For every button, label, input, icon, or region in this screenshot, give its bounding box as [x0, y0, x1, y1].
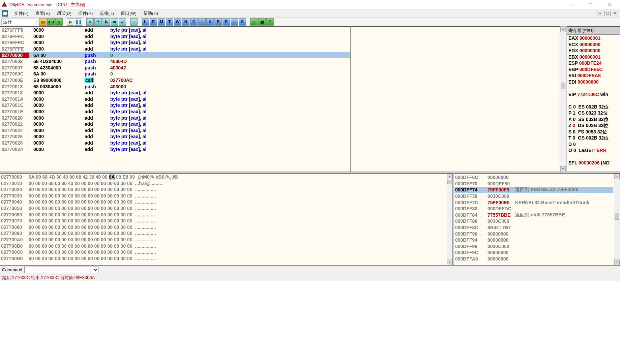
scroll-down-icon[interactable]: ▼: [447, 260, 452, 265]
dump-scrollbar[interactable]: ▲ ▼: [447, 174, 452, 265]
disasm-row[interactable]: 0277000768 42304000push403042: [0, 65, 350, 71]
run-button[interactable]: ▶: [67, 18, 74, 26]
disasm-row[interactable]: 0277001E0000addbyte ptr [eax], al: [0, 109, 350, 115]
menu-options[interactable]: 选项(T): [96, 10, 117, 17]
disasm-row[interactable]: 0277001A0000addbyte ptr [eax], al: [0, 96, 350, 102]
disasm-row[interactable]: 027700260000addbyte ptr [eax], al: [0, 133, 350, 140]
dump-row[interactable]: 0277006000 00 00 00 00 00 00 00 00 00 00…: [1, 212, 446, 218]
registers-panel[interactable]: 寄存器 (FPU) EAX 00000001ECX 00000000EDX 00…: [567, 26, 620, 172]
scroll-down-icon[interactable]: ▼: [614, 260, 620, 265]
window-C-button[interactable]: C: [190, 18, 198, 26]
stack-row[interactable]: 000DFF8477557BBE返回到 ntdll.77557BBE: [454, 212, 613, 218]
hex-dump-panel[interactable]: 027700006A 00 68 4D 30 40 00 68 42 30 40…: [0, 173, 453, 266]
disasm-row[interactable]: 0277001368 00304000push403000: [0, 83, 350, 90]
stack-scrollbar[interactable]: ▲ ▼: [614, 174, 620, 265]
scroll-up-icon[interactable]: ▲: [560, 26, 566, 32]
stack-row[interactable]: 000DFF9C00000000: [454, 249, 613, 256]
pause-button[interactable]: ❚❚: [75, 18, 82, 26]
info-pane[interactable]: [350, 26, 560, 172]
window-H-button[interactable]: H: [182, 18, 189, 26]
menu-help[interactable]: 帮助(H): [140, 10, 161, 17]
disasm-row[interactable]: 0276FFFA0000addbyte ptr [eax], al: [0, 33, 350, 40]
stack-panel[interactable]: 000DFF6C00000000000DFF70000DFF80000DFF74…: [453, 173, 620, 266]
command-input[interactable]: [24, 267, 98, 273]
stack-row[interactable]: 000DFF7C75FF00E0KERNEL32.BaseThreadInitT…: [454, 199, 613, 206]
stack-row[interactable]: 000DFF9000000000: [454, 231, 613, 237]
stack-row[interactable]: 000DFFA000000000: [454, 256, 613, 262]
step-into-button[interactable]: ↘: [86, 18, 94, 26]
close-button[interactable]: ✕: [602, 1, 616, 8]
disasm-row[interactable]: 027700220000addbyte ptr [eax], al: [0, 121, 350, 127]
minimize-button[interactable]: —: [565, 1, 578, 8]
disasm-row[interactable]: 0276FFF80000addbyte ptr [eax], al: [0, 27, 350, 33]
window-T-button[interactable]: T: [166, 18, 173, 26]
stack-row[interactable]: 000DFF80000DFFDC: [454, 206, 613, 212]
disasm-row[interactable]: 027700180000addbyte ptr [eax], al: [0, 90, 350, 96]
stack-row[interactable]: 000DFF980030C000: [454, 243, 613, 250]
dump-row[interactable]: 0277002000 00 00 00 00 00 00 00 00 00 00…: [1, 187, 446, 193]
window-R-button[interactable]: R: [223, 18, 230, 26]
dump-row[interactable]: 027700B000 00 00 00 00 00 00 00 00 00 00…: [1, 243, 446, 250]
dump-row[interactable]: 0277004000 00 00 00 00 00 00 00 00 00 00…: [1, 199, 446, 206]
open-button[interactable]: [39, 18, 47, 26]
menu-file[interactable]: 文件(F): [11, 10, 32, 17]
trace-into-button[interactable]: ⇊: [102, 18, 110, 26]
stack-row[interactable]: 000DFF7475FF00F9返回到 KERNEL32.75FF00F9: [454, 187, 613, 193]
disasm-row[interactable]: 0277002A0000addbyte ptr [eax], al: [0, 146, 350, 152]
stack-row[interactable]: 000DFF8C8B4C17B7: [454, 224, 613, 231]
restart-button[interactable]: ◄◄: [47, 18, 55, 26]
dump-row[interactable]: 0277005000 00 00 00 00 00 00 00 00 00 00…: [1, 206, 446, 212]
mdi-restore[interactable]: ❐: [604, 11, 611, 16]
dump-row[interactable]: 0277001000 00 00 68 00 30 40 00 00 00 00…: [1, 181, 446, 187]
dump-row[interactable]: 027700A000 00 00 00 00 00 00 00 00 00 00…: [1, 237, 446, 243]
disasm-row[interactable]: 0277000268 4D304000push40304D: [0, 58, 350, 65]
dump-row[interactable]: 027700C000 00 00 00 00 00 00 00 00 00 00…: [1, 249, 446, 256]
menu-view[interactable]: 查看(V): [32, 10, 53, 17]
maximize-button[interactable]: □: [584, 1, 597, 8]
dump-row[interactable]: 027700D000 00 00 00 00 00 00 00 00 00 00…: [1, 256, 446, 262]
stack-row[interactable]: 000DFF880030C000: [454, 218, 613, 224]
help-button[interactable]: ?: [266, 18, 274, 26]
scroll-down-icon[interactable]: ▼: [560, 166, 566, 172]
window-B-button[interactable]: B: [214, 18, 222, 26]
goto-button[interactable]: →: [130, 18, 138, 26]
window-E-button[interactable]: E: [150, 18, 157, 26]
disasm-row[interactable]: 0277001C0000addbyte ptr [eax], al: [0, 102, 350, 109]
mdi-close[interactable]: ✕: [612, 11, 618, 16]
disasm-scrollbar[interactable]: ▲ ▼: [560, 26, 566, 172]
scroll-up-icon[interactable]: ▲: [614, 174, 620, 179]
settings-button[interactable]: ≡: [250, 18, 258, 26]
disasm-row[interactable]: 027700200000addbyte ptr [eax], al: [0, 115, 350, 121]
disasm-row[interactable]: 0276FFFE0000addbyte ptr [eax], al: [0, 46, 350, 52]
window-W-button[interactable]: W: [174, 18, 181, 26]
disasm-row[interactable]: 027700240000addbyte ptr [eax], al: [0, 127, 350, 134]
mdi-minimize[interactable]: –: [597, 11, 603, 16]
disasm-row[interactable]: 0277000C6A 00push0: [0, 71, 350, 77]
mdi-icon[interactable]: [2, 10, 8, 17]
dump-row[interactable]: 0277009000 00 00 00 00 00 00 00 00 00 00…: [1, 231, 446, 237]
window-S-button[interactable]: S: [239, 18, 246, 26]
disasm-row[interactable]: 027700280000addbyte ptr [eax], al: [0, 140, 350, 146]
stack-row[interactable]: 000DFF70000DFF80: [454, 181, 613, 187]
disassembly-panel[interactable]: 0276FFF80000addbyte ptr [eax], al0276FFF…: [0, 26, 350, 172]
menu-debug[interactable]: 调试(D): [53, 10, 75, 17]
execute-till-return-button[interactable]: ↲: [119, 18, 126, 26]
scroll-up-icon[interactable]: ▲: [447, 174, 452, 179]
window-L-button[interactable]: L: [142, 18, 149, 26]
trace-over-button[interactable]: ⇉: [111, 18, 118, 26]
window-K-button[interactable]: K: [206, 18, 214, 26]
window-/-button[interactable]: /: [198, 18, 206, 26]
stack-row[interactable]: 000DFF9400000000: [454, 237, 613, 243]
dump-row[interactable]: 0277008000 00 00 00 00 00 00 00 00 00 00…: [1, 224, 446, 231]
dump-row[interactable]: 027700006A 00 68 4D 30 40 00 68 42 30 40…: [1, 174, 446, 181]
close-debug-button[interactable]: ✕: [55, 18, 63, 26]
stack-row[interactable]: 000DFF780030C000: [454, 193, 613, 200]
dump-row[interactable]: 0277003000 00 00 00 00 00 00 00 00 00 00…: [1, 193, 446, 200]
window-...-button[interactable]: ...: [231, 18, 238, 26]
disasm-row[interactable]: 027700006A 00push0: [0, 52, 350, 58]
menu-window[interactable]: 窗口(W): [117, 10, 140, 17]
disasm-row[interactable]: 0276FFFC0000addbyte ptr [eax], al: [0, 39, 350, 46]
window-M-button[interactable]: M: [158, 18, 165, 26]
step-over-button[interactable]: ↷: [94, 18, 102, 26]
menu-plugins[interactable]: 插件(P): [75, 10, 96, 17]
